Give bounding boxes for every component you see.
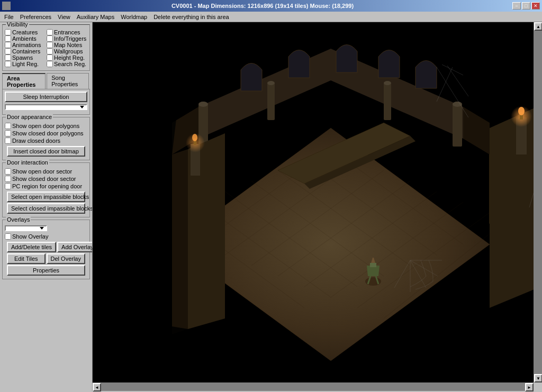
cb-show-closed-sector[interactable]: Show closed door sector: [5, 176, 87, 182]
door-interaction-group: Door interaction Show open door sector S…: [2, 162, 90, 217]
cb-containers-input[interactable]: [5, 48, 11, 54]
cb-draw-closed-input[interactable]: [5, 138, 11, 144]
menu-bar: File Preferences View Auxiliary Maps Wor…: [0, 12, 542, 22]
door-appearance-label: Door appearance: [6, 114, 53, 120]
title-bar: CV0001 - Map Dimensions: 1216x896 (19x14…: [0, 0, 542, 12]
cb-containers[interactable]: Containers: [5, 48, 46, 54]
door-interaction-label: Door interaction: [6, 159, 49, 166]
cb-entrances-input[interactable]: [47, 29, 53, 35]
svg-point-22: [198, 102, 208, 107]
cb-show-overlay[interactable]: Show Overlay: [5, 233, 87, 240]
visibility-label: Visibility: [6, 22, 29, 28]
menu-delete-everything[interactable]: Delete everything in this area: [150, 13, 232, 21]
properties-button[interactable]: Properties: [7, 265, 85, 276]
select-open-impassible-button[interactable]: Select open impassible blocks: [7, 192, 85, 202]
overlay-dropdown-arrow-icon: [40, 227, 44, 230]
cb-spawns[interactable]: Spawns: [5, 54, 46, 61]
svg-point-47: [192, 134, 197, 141]
cb-wallgroups-input[interactable]: [47, 48, 53, 54]
minimize-button[interactable]: −: [512, 2, 521, 10]
tab-content: Sleep Interruption: [2, 89, 90, 115]
cb-pc-region-input[interactable]: [5, 183, 11, 189]
cb-draw-closed[interactable]: Draw closed doors: [5, 138, 87, 144]
title-text: CV0001 - Map Dimensions: 1216x896 (19x14…: [171, 3, 354, 9]
scroll-left-button[interactable]: ◄: [93, 383, 101, 391]
menu-worldmap[interactable]: Worldmap: [118, 13, 150, 21]
cb-light-reg[interactable]: Light Reg.: [5, 61, 46, 67]
door-appearance-group: Door appearance Show open door polygons …: [2, 117, 90, 160]
cb-animations[interactable]: Animations: [5, 42, 46, 48]
cb-show-closed-sector-input[interactable]: [5, 176, 11, 182]
tab-bar: Area Properties Song Properties: [2, 73, 90, 89]
main-layout: Visibility Creatures Ambients Animations: [0, 22, 542, 391]
map-canvas[interactable]: [93, 22, 534, 382]
cb-search-reg-input[interactable]: [47, 61, 53, 67]
overlays-group: Overlays Show Overlay Add/Delete tiles A…: [2, 220, 90, 279]
add-overlay-button[interactable]: Add Overlay: [57, 242, 93, 252]
menu-file[interactable]: File: [1, 13, 17, 21]
cb-show-closed-poly-input[interactable]: [5, 130, 11, 136]
scrollbar-vertical[interactable]: ▲ ▼: [534, 22, 542, 382]
cb-spawns-input[interactable]: [5, 54, 11, 61]
svg-marker-36: [490, 104, 534, 308]
cb-height-reg[interactable]: Height Reg.: [47, 54, 87, 61]
cb-creatures-input[interactable]: [5, 29, 11, 35]
svg-marker-42: [172, 149, 188, 334]
cb-pc-region[interactable]: PC region for opening door: [5, 183, 87, 189]
scroll-up-button[interactable]: ▲: [534, 22, 542, 31]
scroll-vertical-track[interactable]: [534, 31, 542, 374]
close-button[interactable]: ✕: [531, 2, 540, 10]
cb-ambients-input[interactable]: [5, 35, 11, 42]
sleep-interruption-button[interactable]: Sleep Interruption: [5, 92, 87, 102]
add-delete-tiles-button[interactable]: Add/Delete tiles: [7, 242, 56, 252]
svg-rect-70: [463, 340, 534, 382]
select-closed-impassible-button[interactable]: Select closed impassible blocks: [7, 203, 85, 214]
tab-area-properties[interactable]: Area Properties: [2, 73, 46, 89]
svg-point-28: [384, 81, 391, 85]
cb-height-reg-input[interactable]: [47, 54, 53, 61]
cb-entrances[interactable]: Entrances: [47, 29, 87, 35]
edit-tiles-button[interactable]: Edit Tiles: [7, 253, 46, 264]
scrollbar-corner: [534, 382, 542, 391]
scroll-right-button[interactable]: ►: [525, 383, 534, 391]
cb-ambients[interactable]: Ambients: [5, 35, 46, 42]
map-container: ▲ ▼ ◄ ►: [93, 22, 542, 391]
insert-closed-door-button[interactable]: Insert closed door bitmap: [7, 146, 85, 157]
overlay-btn-row1: Add/Delete tiles Add Overlay: [7, 242, 85, 252]
cb-info-triggers[interactable]: Info/Triggers: [47, 35, 87, 42]
menu-auxiliary-maps[interactable]: Auxiliary Maps: [74, 13, 118, 21]
song-dropdown[interactable]: [5, 104, 87, 110]
maximize-button[interactable]: □: [522, 2, 530, 10]
del-overlay-button[interactable]: Del Overlay: [47, 253, 85, 264]
visibility-col2: Entrances Info/Triggers Map Notes Wallgr…: [47, 29, 87, 67]
cb-map-notes-input[interactable]: [47, 42, 53, 48]
svg-rect-69: [93, 340, 225, 382]
scroll-down-button[interactable]: ▼: [534, 374, 542, 382]
cb-map-notes[interactable]: Map Notes: [47, 42, 87, 48]
tab-song-properties[interactable]: Song Properties: [47, 73, 89, 89]
song-dropdown-arrow-icon: [80, 106, 84, 108]
menu-preferences[interactable]: Preferences: [17, 13, 55, 21]
cb-wallgroups[interactable]: Wallgroups: [47, 48, 87, 54]
svg-rect-23: [453, 104, 462, 147]
scroll-horizontal-track[interactable]: [101, 383, 525, 391]
title-icon: [2, 2, 11, 10]
svg-rect-25: [267, 83, 275, 120]
cb-show-open-poly-input[interactable]: [5, 123, 11, 129]
cb-show-open-poly[interactable]: Show open door polygons: [5, 123, 87, 129]
cb-info-triggers-input[interactable]: [47, 35, 53, 42]
cb-show-closed-poly[interactable]: Show closed door polygons: [5, 130, 87, 136]
cb-search-reg[interactable]: Search Reg.: [47, 61, 87, 67]
cb-creatures[interactable]: Creatures: [5, 29, 46, 35]
cb-show-open-sector-input[interactable]: [5, 168, 11, 175]
cb-animations-input[interactable]: [5, 42, 11, 48]
map-svg: [93, 22, 534, 382]
cb-show-overlay-input[interactable]: [5, 233, 11, 240]
overlay-btn-row2: Edit Tiles Del Overlay: [7, 253, 85, 264]
overlay-dropdown[interactable]: [5, 225, 47, 231]
svg-point-50: [365, 277, 381, 286]
cb-show-open-sector[interactable]: Show open door sector: [5, 168, 87, 175]
cb-light-reg-input[interactable]: [5, 61, 11, 67]
menu-view[interactable]: View: [55, 13, 74, 21]
scrollbar-horizontal[interactable]: ◄ ►: [93, 382, 534, 391]
